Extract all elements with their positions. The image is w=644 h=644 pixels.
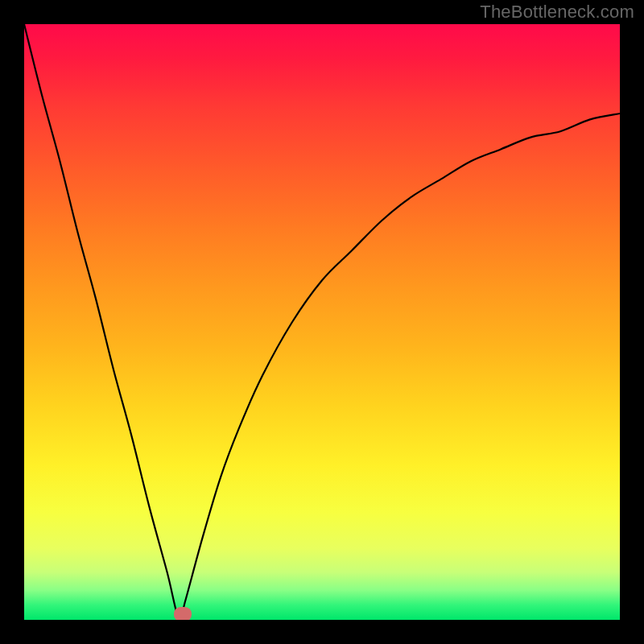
optimal-marker xyxy=(174,607,192,620)
curve-svg xyxy=(24,24,620,620)
plot-area xyxy=(24,24,620,620)
watermark-text: TheBottleneck.com xyxy=(480,2,634,23)
chart-frame: TheBottleneck.com xyxy=(0,0,644,644)
bottleneck-curve xyxy=(24,24,620,620)
